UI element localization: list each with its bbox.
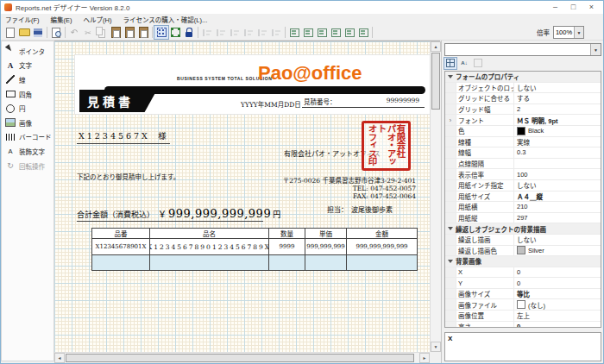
- same-width-icon[interactable]: [287, 26, 301, 39]
- grid-snap-icon[interactable]: [154, 26, 168, 39]
- table-cell[interactable]: 999,999,999,999: [347, 239, 418, 255]
- horizontal-scrollbar[interactable]: ◄ ►: [54, 352, 430, 362]
- property-value[interactable]: 100: [514, 169, 601, 179]
- tool-pointer[interactable]: ポインタ: [2, 44, 53, 59]
- property-row[interactable]: 繰返し描画色Silver: [445, 246, 601, 257]
- property-value[interactable]: しない: [514, 235, 601, 245]
- lock-icon[interactable]: [182, 26, 196, 39]
- table-cell[interactable]: 9999: [269, 239, 305, 255]
- property-row[interactable]: Y0: [445, 278, 601, 289]
- menu-item-2[interactable]: ヘルプ(H): [84, 15, 112, 24]
- property-category[interactable]: 繰返しオブジェクトの背景描画: [445, 223, 601, 235]
- close-button[interactable]: ×: [583, 2, 600, 13]
- tool-line[interactable]: 線: [2, 72, 53, 87]
- tool-image[interactable]: 画像: [2, 116, 53, 130]
- horizontal-scroll-thumb[interactable]: [66, 354, 414, 362]
- menu-item-1[interactable]: 編集(E): [51, 15, 72, 24]
- property-category[interactable]: フォームのプロパティ: [445, 72, 601, 83]
- design-page[interactable]: BUSINESS SYSTEM TOTAL SOLUSION Pao@offic…: [54, 41, 430, 352]
- table-cell[interactable]: 999,999,999: [305, 239, 347, 255]
- item-table[interactable]: 品番品名数量単価金額X12345678901XX1234567890123456…: [91, 228, 418, 271]
- table-cell[interactable]: [150, 255, 269, 271]
- alphabetical-sort-icon[interactable]: A↓: [458, 58, 470, 69]
- property-value[interactable]: 左上: [514, 311, 601, 321]
- property-row[interactable]: 用紙縦297: [445, 213, 601, 224]
- property-row[interactable]: 画像サイズ等比: [445, 289, 601, 300]
- property-row[interactable]: 繰返し描画しない: [445, 235, 601, 246]
- tool-ornament-text[interactable]: A装飾文字: [2, 144, 53, 159]
- vertical-scroll-thumb[interactable]: [431, 53, 440, 110]
- greeting-text[interactable]: 下記のとおり御見積申し上げます。: [77, 172, 179, 181]
- property-row[interactable]: 高さ0: [445, 322, 601, 328]
- selection-handles-icon[interactable]: [168, 26, 182, 39]
- property-value[interactable]: 0: [514, 267, 601, 278]
- property-value[interactable]: する: [514, 93, 601, 104]
- same-size-icon[interactable]: [315, 26, 329, 39]
- property-row[interactable]: オブジェクトのロックしない: [445, 83, 601, 94]
- property-row[interactable]: X0: [445, 267, 601, 279]
- tool-rect[interactable]: 四角: [2, 87, 53, 102]
- new-file-icon[interactable]: [3, 26, 17, 39]
- property-row[interactable]: 画像ファイル(なし): [445, 299, 601, 311]
- paste-special-icon[interactable]: [136, 26, 150, 39]
- scroll-up-icon[interactable]: ▲: [431, 41, 441, 52]
- menu-item-3[interactable]: ライセンスの購入・確認(L)...: [123, 15, 208, 24]
- property-value[interactable]: Black: [514, 126, 601, 136]
- table-cell[interactable]: [347, 255, 418, 271]
- staff-field[interactable]: 担当： 波尾後御歩素: [327, 204, 393, 214]
- object-selector[interactable]: ▼: [444, 43, 601, 56]
- zoom-select[interactable]: 100% ▼: [553, 26, 584, 39]
- fit-to-grid-icon[interactable]: [356, 26, 370, 39]
- document-title-box[interactable]: 見積書: [79, 90, 157, 112]
- property-row[interactable]: 用紙インチ指定しない: [445, 180, 601, 191]
- form-header-image[interactable]: BUSINESS SYSTEM TOTAL SOLUSION Pao@offic…: [75, 55, 430, 114]
- menu-item-0[interactable]: ファイル(F): [5, 15, 40, 24]
- space-evenly-vertical-icon[interactable]: [343, 26, 356, 39]
- estimate-number-line[interactable]: 見積番号： 99999999: [302, 97, 425, 108]
- property-category[interactable]: 背景画像: [445, 256, 601, 267]
- customer-name-field[interactable]: X1234567X 様: [77, 129, 170, 144]
- property-value[interactable]: 210: [514, 202, 601, 212]
- minimize-button[interactable]: –: [547, 2, 563, 13]
- same-height-icon[interactable]: [301, 26, 315, 39]
- tool-circle[interactable]: 円: [2, 101, 53, 116]
- property-row[interactable]: 画像位置左上: [445, 311, 601, 322]
- property-row[interactable]: 用紙横210: [445, 202, 601, 213]
- property-value[interactable]: 0: [514, 322, 601, 328]
- property-row[interactable]: 点線間隔: [445, 159, 601, 170]
- print-preview-icon[interactable]: [49, 26, 63, 39]
- property-row[interactable]: ›フォントＭＳ 明朝, 9pt: [445, 115, 601, 126]
- property-value[interactable]: 実線: [514, 137, 601, 147]
- table-cell[interactable]: X1234567890123456789X: [150, 239, 269, 255]
- property-row[interactable]: 線幅0.3: [445, 147, 601, 159]
- property-row[interactable]: グリッドに合せるする: [445, 93, 601, 104]
- table-cell[interactable]: X12345678901X: [92, 239, 150, 255]
- property-row[interactable]: 用紙サイズＡ４＿縦: [445, 191, 601, 203]
- scroll-right-icon[interactable]: ►: [419, 353, 430, 363]
- save-icon[interactable]: [31, 26, 45, 39]
- table-cell[interactable]: [92, 255, 150, 271]
- property-value[interactable]: 0: [514, 278, 601, 288]
- property-value[interactable]: 2: [514, 104, 601, 115]
- property-value[interactable]: 297: [514, 213, 601, 223]
- scroll-left-icon[interactable]: ◄: [54, 353, 65, 363]
- tool-barcode[interactable]: バーコード: [2, 130, 53, 145]
- property-value[interactable]: Ａ４＿縦: [514, 191, 601, 202]
- property-value[interactable]: しない: [514, 180, 601, 191]
- company-seal-image[interactable]: 有限会社 パオ・アット オフィス印: [362, 121, 411, 171]
- property-row[interactable]: 色Black: [445, 126, 601, 137]
- tool-text[interactable]: A文字: [2, 59, 53, 73]
- space-evenly-horizontal-icon[interactable]: [329, 26, 343, 39]
- property-value[interactable]: ＭＳ 明朝, 9pt: [514, 115, 601, 125]
- total-amount-line[interactable]: 合計金額（消費税込） ￥ 999,999,999,999 円: [77, 207, 263, 222]
- property-row[interactable]: グリッド幅2: [445, 104, 601, 116]
- property-value[interactable]: Silver: [514, 246, 601, 256]
- vertical-scrollbar[interactable]: ▲ ▼: [430, 41, 440, 352]
- scroll-down-icon[interactable]: ▼: [431, 342, 441, 352]
- property-value[interactable]: [514, 159, 601, 169]
- property-value[interactable]: しない: [514, 83, 601, 93]
- chevron-down-icon[interactable]: ▼: [574, 27, 583, 38]
- property-value[interactable]: 等比: [514, 289, 601, 299]
- table-cell[interactable]: [305, 255, 347, 271]
- paste-icon[interactable]: [109, 26, 123, 39]
